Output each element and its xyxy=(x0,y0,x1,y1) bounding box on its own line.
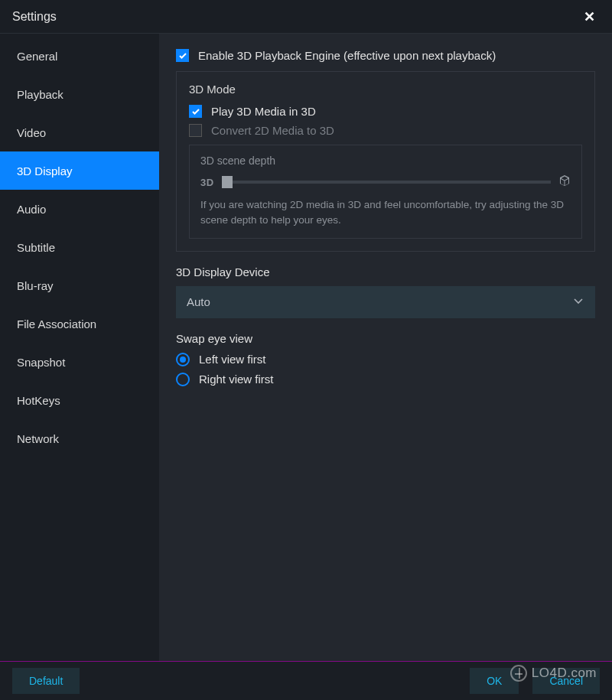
enable-3d-row: Enable 3D Playback Engine (effective upo… xyxy=(176,49,595,62)
play-3d-row: Play 3D Media in 3D xyxy=(189,105,582,118)
sidebar-item-bluray[interactable]: Blu-ray xyxy=(0,266,159,304)
convert-2d-checkbox[interactable] xyxy=(189,124,202,137)
check-icon xyxy=(178,51,187,60)
sidebar-item-video[interactable]: Video xyxy=(0,113,159,151)
close-icon[interactable]: ✕ xyxy=(579,5,600,28)
sidebar-item-label: File Association xyxy=(17,317,96,330)
sidebar: General Playback Video 3D Display Audio … xyxy=(0,34,159,661)
cancel-button[interactable]: Cancel xyxy=(532,668,600,694)
main-panel: Enable 3D Playback Engine (effective upo… xyxy=(159,34,612,661)
titlebar: Settings ✕ xyxy=(0,0,612,34)
radio-left-row[interactable]: Left view first xyxy=(176,353,595,366)
device-dropdown[interactable]: Auto xyxy=(176,286,595,318)
depth-panel-title: 3D scene depth xyxy=(200,155,571,167)
sidebar-item-label: Video xyxy=(17,126,46,139)
body: General Playback Video 3D Display Audio … xyxy=(0,34,612,661)
sidebar-item-subtitle[interactable]: Subtitle xyxy=(0,228,159,266)
convert-2d-row: Convert 2D Media to 3D xyxy=(189,124,582,137)
sidebar-item-audio[interactable]: Audio xyxy=(0,190,159,228)
check-icon xyxy=(191,107,200,116)
depth-slider-row: 3D xyxy=(200,174,571,190)
sidebar-item-label: Snapshot xyxy=(17,356,65,369)
sidebar-item-label: 3D Display xyxy=(17,164,73,177)
window-title: Settings xyxy=(12,10,57,24)
sidebar-item-file-association[interactable]: File Association xyxy=(0,304,159,343)
ok-button[interactable]: OK xyxy=(470,668,519,694)
mode-panel-title: 3D Mode xyxy=(189,83,582,96)
chevron-down-icon xyxy=(572,295,584,309)
sidebar-item-label: Audio xyxy=(17,203,46,216)
device-dropdown-value: Auto xyxy=(187,295,210,308)
sidebar-item-label: HotKeys xyxy=(17,394,60,407)
cube-icon xyxy=(558,174,571,190)
depth-slider-left-label: 3D xyxy=(200,177,214,188)
radio-left-label: Left view first xyxy=(199,353,266,366)
play-3d-label: Play 3D Media in 3D xyxy=(211,105,316,118)
enable-3d-label: Enable 3D Playback Engine (effective upo… xyxy=(198,49,496,62)
device-section-label: 3D Display Device xyxy=(176,265,595,278)
sidebar-item-label: Blu-ray xyxy=(17,279,54,292)
play-3d-checkbox[interactable] xyxy=(189,105,202,118)
depth-slider-thumb[interactable] xyxy=(222,176,233,188)
sidebar-item-label: Network xyxy=(17,432,59,445)
radio-dot-icon xyxy=(180,357,186,363)
footer-right: OK Cancel xyxy=(470,668,600,694)
convert-2d-label: Convert 2D Media to 3D xyxy=(211,124,334,137)
sidebar-item-label: Subtitle xyxy=(17,241,55,254)
sidebar-item-general[interactable]: General xyxy=(0,37,159,75)
depth-hint: If you are watching 2D media in 3D and f… xyxy=(200,197,571,229)
sidebar-item-network[interactable]: Network xyxy=(0,419,159,457)
footer: Default OK Cancel xyxy=(0,662,612,700)
radio-left[interactable] xyxy=(176,353,190,366)
enable-3d-checkbox[interactable] xyxy=(176,49,189,62)
radio-right[interactable] xyxy=(176,373,190,386)
radio-right-row[interactable]: Right view first xyxy=(176,373,595,386)
sidebar-item-hotkeys[interactable]: HotKeys xyxy=(0,381,159,419)
sidebar-item-label: Playback xyxy=(17,88,63,101)
radio-right-label: Right view first xyxy=(199,373,274,386)
depth-slider[interactable] xyxy=(222,181,551,184)
sidebar-item-label: General xyxy=(17,50,57,63)
sidebar-item-snapshot[interactable]: Snapshot xyxy=(0,343,159,381)
swap-section-label: Swap eye view xyxy=(176,332,595,345)
footer-separator xyxy=(0,661,612,662)
default-button[interactable]: Default xyxy=(12,668,80,694)
sidebar-item-playback[interactable]: Playback xyxy=(0,75,159,113)
mode-panel: 3D Mode Play 3D Media in 3D Convert 2D M… xyxy=(176,71,595,252)
depth-panel: 3D scene depth 3D If you are watching 2D… xyxy=(189,145,582,239)
sidebar-item-3d-display[interactable]: 3D Display xyxy=(0,151,159,190)
